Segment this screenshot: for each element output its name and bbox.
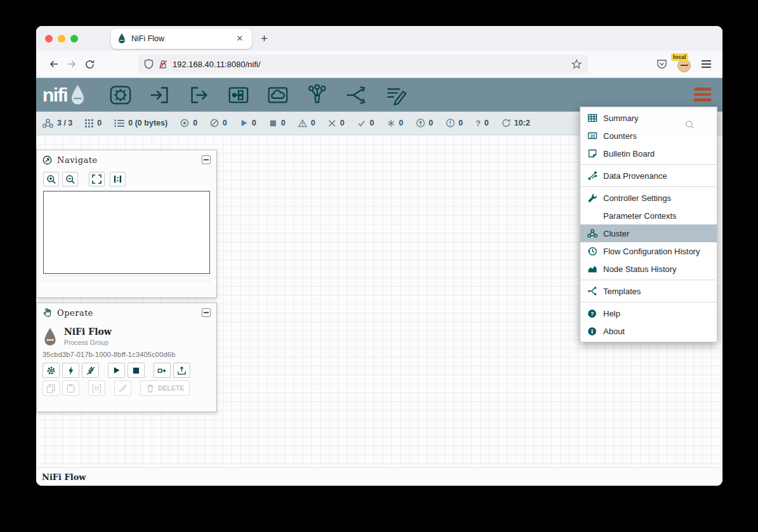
profile-avatar[interactable]: local: [677, 56, 692, 72]
selection-id: 35cbd3b7-017b-1000-8bff-1c3405c00d6b: [37, 346, 216, 360]
zoom-actual-size-button[interactable]: [110, 172, 126, 186]
menu-item-bulletin-board[interactable]: Bulletin Board: [580, 145, 717, 162]
menu-item-flow-configuration-history[interactable]: Flow Configuration History: [580, 242, 717, 260]
output-port-icon[interactable]: [186, 82, 212, 108]
close-window-button[interactable]: [45, 35, 53, 42]
tab-close-icon[interactable]: ✕: [234, 34, 245, 43]
url-bar[interactable]: 192.168.40.11:8080/nifi/: [138, 55, 588, 74]
funnel-icon[interactable]: [304, 82, 330, 108]
menu-item-summary[interactable]: Summary: [580, 109, 717, 127]
profile-badge: local: [671, 53, 688, 61]
operate-selection: NiFi Flow Process Group: [37, 322, 216, 346]
table-icon: [587, 113, 598, 123]
menu-item-about[interactable]: i About: [580, 322, 717, 340]
upload-template-button[interactable]: [173, 363, 190, 378]
insecure-lock-icon[interactable]: [159, 60, 167, 69]
refresh-icon[interactable]: [502, 119, 511, 127]
processor-icon[interactable]: [108, 82, 133, 108]
menu-item-templates[interactable]: Templates: [580, 282, 717, 300]
stale-up-arrow-icon: [416, 119, 425, 127]
component-toolbar: [108, 82, 408, 108]
stat-stale: 0: [416, 119, 433, 127]
start-button[interactable]: [108, 363, 125, 378]
stat-up-to-date: 0: [357, 119, 374, 127]
stat-invalid: 0: [298, 119, 315, 127]
collapse-navigate-button[interactable]: [202, 155, 211, 164]
stopped-square-icon: [269, 119, 277, 127]
zoom-out-button[interactable]: [62, 172, 78, 186]
configuration-button[interactable]: [42, 363, 60, 378]
delete-button-label: DELETE: [158, 384, 184, 392]
svg-text:?: ?: [591, 310, 594, 316]
bookmark-star-icon[interactable]: [572, 59, 582, 69]
stat-active-threads: 0: [85, 119, 101, 127]
question-icon: ?: [476, 119, 481, 128]
search-icon[interactable]: [685, 120, 695, 129]
menu-item-counters[interactable]: 23 Counters: [580, 127, 717, 145]
input-port-icon[interactable]: [147, 82, 173, 108]
maximize-window-button[interactable]: [70, 35, 78, 42]
zoom-in-button[interactable]: [43, 172, 59, 186]
operate-panel: Operate NiFi Flow Process Group 35cbd3b7…: [36, 302, 217, 412]
help-circle-icon: ?: [587, 309, 598, 318]
minimize-window-button[interactable]: [58, 35, 65, 42]
disabled-icon: [328, 119, 336, 127]
stop-button[interactable]: [127, 363, 145, 378]
browser-tab[interactable]: NiFi Flow ✕: [111, 29, 252, 49]
tab-title: NiFi Flow: [131, 34, 234, 43]
window-controls: [36, 35, 86, 42]
delete-button[interactable]: DELETE: [140, 380, 190, 396]
template-branch-icon: [587, 286, 598, 296]
avatar: [677, 59, 691, 72]
breadcrumb-bar: NiFi Flow: [36, 467, 722, 486]
menu-item-help[interactable]: ? Help: [580, 304, 717, 322]
svg-text:23: 23: [590, 134, 595, 138]
navigate-tools: [37, 169, 216, 186]
collapse-operate-button[interactable]: [202, 308, 211, 317]
enable-bolt-button[interactable]: [62, 363, 79, 378]
template-icon[interactable]: [344, 82, 369, 108]
group-button[interactable]: [88, 380, 105, 396]
menu-item-parameter-contexts[interactable]: Parameter Contexts: [580, 207, 717, 224]
info-circle-icon: i: [587, 327, 598, 336]
create-template-button[interactable]: [154, 363, 171, 378]
back-icon[interactable]: [45, 55, 63, 73]
threads-grid-icon: [85, 119, 93, 127]
menu-item-node-status-history[interactable]: Node Status History: [580, 260, 717, 278]
global-menu-icon[interactable]: [694, 88, 711, 101]
navigate-panel: Navigate: [36, 150, 217, 298]
nifi-logo-drop-icon: [69, 84, 86, 105]
paste-button[interactable]: [62, 380, 79, 396]
wrench-icon: [587, 193, 598, 203]
nifi-logo-text: nifi: [42, 84, 67, 106]
breadcrumb-root[interactable]: NiFi Flow: [42, 472, 86, 482]
exclamation-circle-icon: [446, 119, 455, 127]
remote-process-group-icon[interactable]: [265, 82, 291, 108]
stat-transmitting: 0: [180, 119, 197, 127]
menu-item-cluster[interactable]: Cluster: [580, 224, 717, 242]
counter-icon: 23: [587, 131, 598, 141]
not-transmitting-icon: [210, 119, 219, 127]
navigate-compass-icon: [42, 155, 52, 165]
reload-icon[interactable]: [81, 55, 98, 73]
zoom-fit-button[interactable]: [89, 172, 105, 186]
birdseye-minimap[interactable]: [43, 191, 210, 274]
new-tab-button[interactable]: +: [261, 32, 268, 44]
fill-color-brush-button[interactable]: [114, 380, 131, 396]
tracking-shield-icon[interactable]: [144, 59, 154, 69]
process-group-icon[interactable]: [226, 82, 251, 108]
asterisk-icon: [387, 119, 395, 127]
stat-connected-nodes: 3 / 3: [42, 119, 72, 128]
disable-bolt-slash-button[interactable]: [82, 363, 99, 378]
navigate-panel-header: Navigate: [37, 150, 216, 169]
pocket-icon[interactable]: [657, 59, 667, 69]
copy-button[interactable]: [42, 380, 60, 396]
menu-item-controller-settings[interactable]: Controller Settings: [580, 189, 717, 207]
forward-icon[interactable]: [63, 55, 81, 73]
browser-menu-icon[interactable]: [702, 60, 711, 68]
nifi-favicon: [117, 33, 126, 44]
browser-window: NiFi Flow ✕ + 192.168.40.11:8080/nifi/: [36, 26, 722, 486]
running-play-icon: [240, 119, 248, 127]
label-icon[interactable]: [383, 82, 408, 108]
menu-item-data-provenance[interactable]: Data Provenance: [580, 167, 717, 185]
